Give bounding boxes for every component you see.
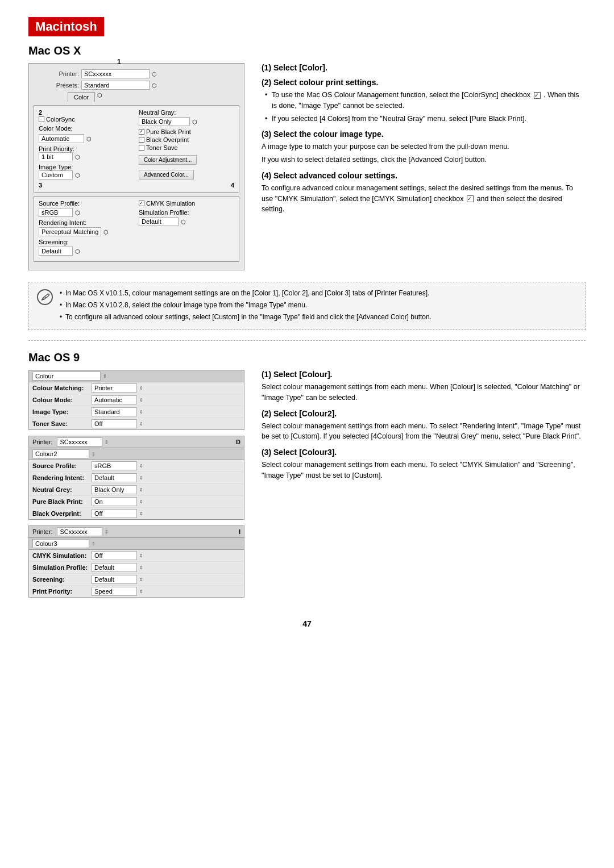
adv-right: CMYK Simulation Simulation Profile: Defa… [139,200,234,258]
step2-bullet-1: To use the Mac OS Colour Management func… [267,90,586,111]
image-type-input[interactable]: Custom [39,170,73,180]
color-mode-stepper[interactable]: ⬡ [86,136,92,142]
note-bullet-3: To configure all advanced colour setting… [60,312,432,322]
color-left: 2 ColorSync Color Mode: Automatic ⬡ [39,109,134,189]
neutral-grey-arrows[interactable]: ⇕ [139,487,143,493]
neutral-gray-stepper[interactable]: ⬡ [192,119,197,125]
pure-black-row-9: Pure Black Print: On ⇕ [29,496,244,508]
print-priority-value-9[interactable]: Speed [92,587,137,596]
toner-save-row-9: Toner Save: Off ⇕ [29,418,244,429]
colorsync-checkbox[interactable] [39,116,44,122]
cmyk-sim-checkbox[interactable] [139,201,144,206]
print-priority-input[interactable]: 1 bit [39,152,73,161]
black-overprint-label: Black Overprint [146,136,189,143]
source-profile-input[interactable]: sRGB [39,208,73,217]
black-overprint-value-9[interactable]: Off [92,509,137,518]
screening-value-9[interactable]: Default [92,575,137,584]
image-type-row: Image Type: Standard ⇕ [29,406,244,418]
toner-save-value-9[interactable]: Off [92,419,137,428]
note-icon: 🖊 [37,289,53,305]
mac9-colour-select[interactable]: Colour [32,372,101,381]
mac9-colour3-select[interactable]: Colour3 [32,539,89,548]
toner-save-checkbox[interactable] [139,145,144,151]
advanced-color-btn[interactable]: Advanced Color... [139,168,234,180]
source-profile-arrows[interactable]: ⇕ [139,464,143,469]
neutral-gray-input[interactable]: Black Only [139,117,190,126]
colour-matching-arrows[interactable]: ⇕ [139,386,143,391]
sim-profile-label-9: Simulation Profile: [32,564,89,571]
pure-black-label-9: Pure Black Print: [32,498,89,505]
rendering-intent-arrows[interactable]: ⇕ [139,475,143,481]
panel2-printer-value[interactable]: SCxxxxxx [57,437,102,446]
toner-save-arrows[interactable]: ⇕ [139,422,143,427]
source-profile-value-9[interactable]: sRGB [92,461,137,470]
colour-arrows[interactable]: ⇕ [103,374,107,379]
screening-arrows[interactable]: ⇕ [139,577,143,582]
advanced-section: Source Profile: sRGB ⬡ Rendering Intent:… [34,196,239,262]
cmyk-sim-row-9: CMYK Simulation: Off ⇕ [29,550,244,562]
panel3-printer-value[interactable]: SCxxxxxx [57,527,102,536]
sim-profile-label: Simulation Profile: [139,209,234,216]
printer-input[interactable]: SCxxxxxx [81,69,150,78]
mac9-step2-heading: (2) Select [Colour2]. [262,409,586,418]
mac-os9-screenshot: Colour ⇕ Colour Matching: Printer ⇕ Colo… [28,370,244,602]
mac-os-x-section: Mac OS X 1 Printer: SCxxxxxx ⬡ Presets: … [28,44,586,330]
rendering-intent-stepper[interactable]: ⬡ [103,229,109,235]
sim-profile-stepper[interactable]: ⬡ [181,219,186,225]
neutral-grey-row: Neutral Grey: Black Only ⇕ [29,484,244,496]
presets-stepper[interactable]: ⬡ [152,82,157,89]
source-profile-label: Source Profile: [39,200,134,207]
step4-heading: (4) Select advanced colour settings. [262,171,586,180]
print-priority-stepper[interactable]: ⬡ [75,154,80,160]
screening-label-9: Screening: [32,576,89,583]
black-overprint-arrows[interactable]: ⇕ [139,511,143,516]
black-overprint-checkbox[interactable] [139,137,144,143]
cmyk-sim-label-9: CMYK Simulation: [32,552,89,559]
sim-profile-row-9: Simulation Profile: Default ⇕ [29,562,244,574]
colour-mode-arrows[interactable]: ⇕ [139,398,143,403]
stepper-tab[interactable]: ⬡ [97,92,102,102]
sim-profile-input[interactable]: Default [139,217,179,226]
image-type-stepper[interactable]: ⬡ [75,172,80,178]
panel3-printer-suffix: I [239,528,240,535]
sim-profile-value-9[interactable]: Default [92,563,137,572]
rendering-intent-input[interactable]: Perceptual Matching [39,227,101,236]
presets-input[interactable]: Standard [81,81,150,90]
image-type-arrows[interactable]: ⇕ [139,410,143,415]
image-type-value-9[interactable]: Standard [92,407,137,416]
step3-heading: (3) Select the colour image type. [262,130,586,139]
print-priority-arrows[interactable]: ⇕ [139,589,143,594]
pure-black-arrows[interactable]: ⇕ [139,499,143,504]
source-profile-stepper[interactable]: ⬡ [75,210,80,216]
sim-profile-arrows[interactable]: ⇕ [139,565,143,570]
colour-mode-label: Colour Mode: [32,397,89,403]
mac-os9-title: Mac OS 9 [28,351,586,364]
mac9-panel2-printer-row: Printer: SCxxxxxx ⇕ D [29,436,244,448]
color-adjustment-button[interactable]: Color Adjustment... [139,155,197,165]
tab-color[interactable]: Color [68,92,95,102]
mac9-step3-body: Select colour management settings from e… [262,460,586,481]
advanced-color-button[interactable]: Advanced Color... [139,170,194,180]
mac9-colour2-select[interactable]: Colour2 [32,449,89,458]
page-number: 47 [28,619,586,628]
step2-bullet-2: If you selected [4 Colors] from the "Neu… [267,114,586,124]
pure-black-value-9[interactable]: On [92,497,137,506]
screening-stepper[interactable]: ⬡ [75,248,80,254]
pure-black-checkbox[interactable] [139,129,144,135]
color-mode-input[interactable]: Automatic [39,134,84,143]
printer-stepper[interactable]: ⬡ [152,71,157,77]
panel2-printer-arrows[interactable]: ⇕ [105,440,109,445]
callout-2: 2 [39,109,42,116]
screening-input[interactable]: Default [39,247,73,256]
color-adjustment-btn[interactable]: Color Adjustment... [139,153,234,165]
colour-mode-value[interactable]: Automatic [92,395,137,404]
colour-matching-value[interactable]: Printer [92,383,137,393]
color-mode-select: Automatic ⬡ [39,134,134,143]
colour2-arrows[interactable]: ⇕ [92,452,96,457]
rendering-intent-value-9[interactable]: Default [92,473,137,482]
neutral-grey-value[interactable]: Black Only [92,485,137,494]
cmyk-sim-value-9[interactable]: Off [92,551,137,560]
colour3-arrows[interactable]: ⇕ [92,541,96,546]
cmyk-sim-arrows[interactable]: ⇕ [139,553,143,558]
panel3-printer-arrows[interactable]: ⇕ [105,529,109,535]
